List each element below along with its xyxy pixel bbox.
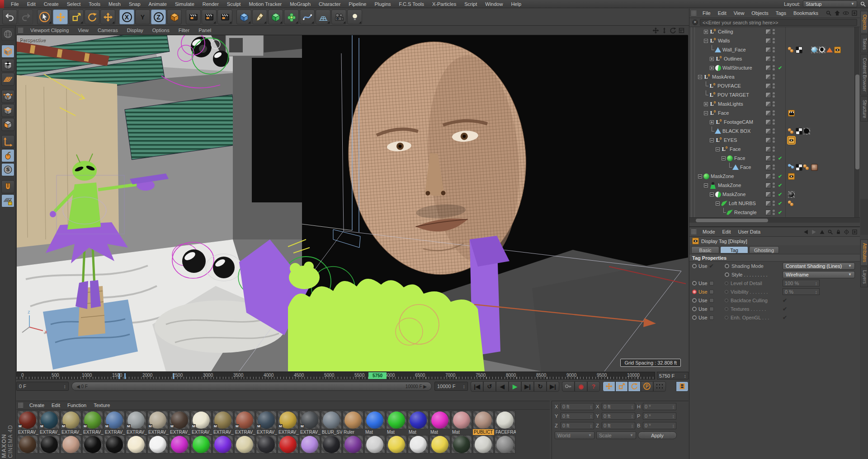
layer-toggle-icon[interactable]	[765, 164, 771, 170]
tree-row-outlines[interactable]: L0Outlines	[689, 54, 860, 63]
dock-tab-takes[interactable]: Takes	[860, 34, 868, 53]
apply-button[interactable]: Apply	[638, 431, 677, 439]
viewport-menu-cameras[interactable]: Cameras	[93, 28, 123, 33]
use-knob-icon[interactable]	[692, 290, 697, 294]
object-name[interactable]: POV TARGET	[717, 92, 749, 98]
size-x-field[interactable]: 0 ft↕	[602, 403, 635, 410]
tag-stripes-icon[interactable]	[803, 47, 810, 53]
enabled-check-icon[interactable]: ✔	[778, 65, 782, 71]
tag-checker-icon[interactable]	[796, 47, 802, 53]
tree-row-masklights[interactable]: L0MaskLights	[689, 99, 860, 108]
record-objects-button[interactable]: ◉	[575, 381, 587, 392]
tag-facetex-icon[interactable]	[811, 164, 818, 171]
material-tile[interactable]	[39, 435, 60, 454]
layer-toggle-icon[interactable]	[765, 47, 771, 53]
layer-toggle-icon[interactable]	[765, 29, 771, 35]
enabled-check-icon[interactable]: ✔	[778, 210, 782, 215]
tag-checker-icon[interactable]	[796, 164, 802, 171]
tree-row-maskzone[interactable]: MaskZone✔	[689, 181, 860, 190]
dock-tab-attributes[interactable]: Attributes	[860, 239, 868, 266]
lock-x-axis-button[interactable]: X	[119, 9, 134, 24]
menu-snap[interactable]: Snap	[125, 1, 145, 7]
menu-x-particles[interactable]: X-Particles	[428, 1, 460, 7]
enabled-check-icon[interactable]: ✔	[778, 173, 782, 179]
enabled-check-icon[interactable]: ✔	[778, 192, 782, 197]
material-tile[interactable]	[278, 435, 299, 454]
tree-row-walls[interactable]: L0Walls	[689, 36, 860, 45]
attribute-menu-user-data[interactable]: User Data	[735, 229, 764, 234]
object-name[interactable]: MaskZone	[711, 173, 734, 179]
range-start-field[interactable]: 0 F ↕	[16, 382, 69, 391]
tag-blackcircle-icon[interactable]	[803, 128, 810, 135]
tag-bluesphere-icon[interactable]	[811, 47, 818, 53]
material-menu-texture[interactable]: Texture	[90, 403, 113, 408]
material-tile[interactable]	[451, 435, 472, 454]
size-y-field[interactable]: 0 ft↕	[602, 412, 635, 420]
menu-create[interactable]: Create	[40, 1, 63, 7]
tree-row-face[interactable]: Face	[689, 163, 860, 172]
use-checkbox[interactable]	[709, 315, 714, 320]
material-tile[interactable]: Mat	[364, 411, 386, 435]
current-frame-marker[interactable]: 5750	[368, 372, 387, 379]
stepper-icon[interactable]: ↕	[684, 373, 687, 379]
tag-eye-icon[interactable]	[834, 47, 841, 53]
layer-toggle-icon[interactable]	[765, 92, 771, 98]
param-checkbox[interactable]: ✔	[783, 314, 787, 321]
size-z-field[interactable]: 0 ft↕	[602, 422, 635, 429]
visibility-dots-icon[interactable]	[773, 65, 775, 70]
enabled-check-icon[interactable]: ✔	[778, 155, 782, 161]
search-icon[interactable]	[860, 1, 866, 7]
visibility-dots-icon[interactable]	[773, 56, 775, 61]
menu-help[interactable]: Help	[507, 1, 525, 7]
tree-row-maskarea[interactable]: L0MaskArea	[689, 72, 860, 81]
lock-y-axis-button[interactable]: Y	[135, 9, 150, 24]
snap-settings-button[interactable]	[1, 163, 14, 176]
use-checkbox[interactable]	[709, 281, 714, 286]
material-tile[interactable]: PUBLICT	[473, 411, 494, 435]
layer-toggle-icon[interactable]	[765, 183, 771, 188]
collapse-icon[interactable]	[698, 174, 702, 178]
viewport-menu-panel[interactable]: Panel	[194, 28, 216, 33]
viewport-solo-button[interactable]	[1, 149, 14, 162]
magnet-button[interactable]	[1, 180, 14, 193]
material-tile[interactable]	[408, 435, 429, 454]
panel-grip-icon[interactable]	[18, 403, 23, 408]
layer-toggle-icon[interactable]	[765, 173, 771, 179]
object-name[interactable]: Loft NURBS	[729, 201, 756, 206]
panel-grip-icon[interactable]	[18, 28, 23, 33]
make-editable-button[interactable]	[1, 28, 14, 41]
workplane-mode-button[interactable]	[1, 73, 14, 86]
tag-dots-icon[interactable]	[803, 164, 810, 171]
material-tile[interactable]: Mat	[386, 411, 407, 435]
param-dropdown[interactable]: Wireframe▼	[783, 271, 855, 278]
use-knob-icon[interactable]	[692, 281, 697, 286]
tree-row-face[interactable]: Face✔	[689, 154, 860, 163]
tree-row-eyes[interactable]: L0EYES	[689, 136, 860, 145]
material-tile[interactable]	[299, 435, 321, 454]
object-name[interactable]: Face	[740, 164, 751, 170]
use-knob-icon[interactable]	[692, 307, 697, 311]
play-forward-button[interactable]: ▶	[509, 381, 521, 392]
layer-toggle-icon[interactable]	[765, 155, 771, 161]
material-tile[interactable]	[343, 435, 364, 454]
coord-system-dropdown[interactable]: World▼	[555, 431, 594, 439]
object-name[interactable]: BLACK BOX	[722, 128, 750, 134]
filter-eye-icon[interactable]	[843, 10, 849, 16]
record-parameter-button[interactable]: P	[641, 381, 653, 392]
goto-start-button[interactable]: |◀	[471, 381, 483, 392]
layer-toggle-icon[interactable]	[765, 146, 771, 152]
material-tile[interactable]: Mat	[451, 411, 472, 435]
goto-end-button[interactable]: ▶|	[547, 381, 559, 392]
tree-row-ceiling[interactable]: L0Ceiling	[689, 27, 860, 36]
collapse-icon[interactable]	[710, 138, 714, 142]
visibility-dots-icon[interactable]	[773, 74, 775, 80]
step-forward-button[interactable]: ▶|	[521, 381, 534, 392]
tab-tag[interactable]: Tag	[720, 246, 748, 253]
attribute-menu-edit[interactable]: Edit	[719, 229, 735, 234]
tree-row-povface[interactable]: L0POVFACE	[689, 81, 860, 90]
material-tile[interactable]: MEXTRAV_	[191, 411, 212, 435]
object-name[interactable]: EYES	[724, 137, 737, 143]
visibility-dots-icon[interactable]	[773, 183, 775, 188]
object-name[interactable]: MaskZone	[722, 192, 745, 197]
object-name[interactable]: MaskArea	[712, 74, 735, 80]
